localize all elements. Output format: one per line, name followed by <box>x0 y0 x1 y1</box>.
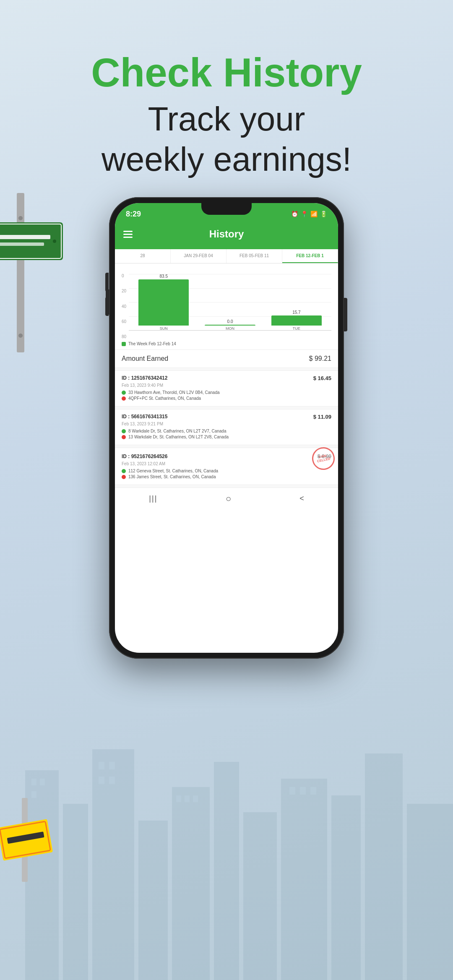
y-label-20: 20 <box>122 289 126 293</box>
svg-rect-3 <box>138 821 168 980</box>
y-label-80: 80 <box>122 335 126 339</box>
camera-notch <box>201 203 252 215</box>
phone-mockup: 8:29 ⏰ 📍 📶 🔋 History 28 <box>109 197 344 659</box>
y-label-40: 40 <box>122 305 126 309</box>
trip-to-3: 136 James Street, St. Catharines, ON, Ca… <box>122 474 331 479</box>
svg-rect-19 <box>185 795 190 802</box>
check-history-title: Check History <box>0 50 453 95</box>
trip-card-1[interactable]: ID : 1251676342412 $ 16.45 Feb 13, 2023 … <box>115 370 338 407</box>
svg-rect-16 <box>99 777 104 784</box>
bar-value-sun: 83.5 <box>160 274 168 279</box>
svg-rect-17 <box>109 777 115 784</box>
volume-down-button <box>105 297 109 316</box>
nav-back-icon[interactable]: < <box>299 494 304 503</box>
bar-label-mon: MON <box>226 326 234 331</box>
week-tab-feb12[interactable]: FEB 12-FEB 1 <box>282 249 338 263</box>
svg-rect-13 <box>31 791 36 798</box>
svg-rect-23 <box>310 787 316 795</box>
trip-date-2: Feb 13, 2023 9:21 PM <box>122 422 331 426</box>
bars-group: 83.5 SUN 0.0 MON <box>129 274 331 331</box>
wifi-icon: 📶 <box>310 211 318 217</box>
status-time: 8:29 <box>126 210 141 219</box>
svg-rect-22 <box>300 787 306 795</box>
alarm-icon: ⏰ <box>291 211 298 217</box>
trip-from-text-3: 112 Geneva Street, St. Catharines, ON, C… <box>128 469 218 473</box>
week-tabs: 28 JAN 29-FEB 04 FEB 05-FEB 11 FEB 12-FE… <box>115 249 338 263</box>
nav-recents-icon[interactable]: ||| <box>149 494 157 503</box>
bar-sun: 83.5 SUN <box>132 274 195 331</box>
svg-rect-9 <box>365 753 403 980</box>
trip-id-date-3: ID : 9521676264526 <box>122 452 167 460</box>
trip-from-1: 33 Hawthorn Ave, Thorold, ON L2V 0B4, Ca… <box>122 390 331 395</box>
trip-card-3[interactable]: ID : 9521676264526 $ 0.00 CAN-CELLED Feb… <box>115 448 338 485</box>
pickup-dot-3 <box>121 468 127 474</box>
week-tab-28[interactable]: 28 <box>115 249 171 263</box>
bar-tue: 15.7 TUE <box>265 274 328 331</box>
chart-area: 80 60 40 20 0 <box>115 263 338 349</box>
status-icons: ⏰ 📍 📶 🔋 <box>291 211 327 217</box>
header-section: Check History Track your weekly earnings… <box>0 50 453 180</box>
bar-label-sun: SUN <box>160 326 168 331</box>
svg-rect-15 <box>109 762 115 769</box>
amount-earned-label: Amount Earned <box>122 355 168 362</box>
svg-rect-6 <box>243 812 277 980</box>
trip-header-2: ID : 5661676341315 $ 11.09 <box>122 414 331 420</box>
dropoff-dot-2 <box>121 434 127 440</box>
battery-icon: 🔋 <box>320 211 327 217</box>
amount-earned-row: Amount Earned $ 99.21 <box>115 349 338 368</box>
chart-legend: The Week Feb 12-Feb 14 <box>122 341 331 347</box>
svg-rect-11 <box>31 779 36 785</box>
trip-header-1: ID : 1251676342412 $ 16.45 <box>122 375 331 381</box>
pickup-dot-1 <box>121 389 127 395</box>
pickup-dot-2 <box>121 428 127 434</box>
nav-bar: ||| ○ < <box>115 487 338 509</box>
menu-button[interactable] <box>123 231 133 238</box>
trip-id-2: ID : 5661676341315 <box>122 414 167 420</box>
volume-up-button <box>105 273 109 292</box>
nav-home-icon[interactable]: ○ <box>226 493 231 504</box>
trip-id-3: ID : 9521676264526 <box>122 454 167 459</box>
svg-rect-14 <box>99 762 104 769</box>
cancelled-amount-wrapper: $ 0.00 CAN-CELLED <box>318 452 331 460</box>
svg-rect-21 <box>289 787 295 795</box>
trip-to-2: 13 Warkdale Dr, St. Catharines, ON L2T 2… <box>122 435 331 439</box>
trip-to-1: 4QPF+PC St. Catharines, ON, Canada <box>122 396 331 401</box>
phone-screen: 8:29 ⏰ 📍 📶 🔋 History 28 <box>115 203 338 653</box>
street-sign-decoration <box>0 193 67 354</box>
trip-date-3: Feb 13, 2023 12:02 AM <box>122 461 331 466</box>
trip-date-1: Feb 13, 2023 9:40 PM <box>122 383 331 388</box>
svg-rect-5 <box>214 762 239 980</box>
chart-y-axis: 80 60 40 20 0 <box>122 274 126 339</box>
week-tab-jan29[interactable]: JAN 29-FEB 04 <box>171 249 226 263</box>
amount-earned-value: $ 99.21 <box>309 355 331 362</box>
trips-list: ID : 1251676342412 $ 16.45 Feb 13, 2023 … <box>115 368 338 487</box>
svg-rect-31 <box>0 235 50 239</box>
svg-rect-32 <box>0 242 44 246</box>
trip-from-3: 112 Geneva Street, St. Catharines, ON, C… <box>122 469 331 473</box>
trip-to-text-1: 4QPF+PC St. Catharines, ON, Canada <box>128 396 201 401</box>
week-tab-feb05[interactable]: FEB 05-FEB 11 <box>226 249 282 263</box>
legend-dot <box>122 342 126 346</box>
subtitle: Track your weekly earnings! <box>0 99 453 180</box>
svg-rect-8 <box>331 795 361 980</box>
cancelled-stamp: CAN-CELLED <box>310 445 337 472</box>
bar-label-tue: TUE <box>293 326 300 331</box>
app-header: History <box>115 222 338 249</box>
svg-rect-1 <box>63 804 88 980</box>
bars-area: 83.5 SUN 0.0 MON <box>129 274 331 339</box>
location-icon: 📍 <box>301 211 308 217</box>
taxi-sign-decoration <box>0 798 59 884</box>
legend-text: The Week Feb 12-Feb 14 <box>128 341 176 346</box>
trip-from-text-2: 8 Warkdale Dr, St. Catharines, ON L2T 2V… <box>128 429 226 433</box>
trip-card-2[interactable]: ID : 5661676341315 $ 11.09 Feb 13, 2023 … <box>115 409 338 445</box>
app-title: History <box>209 228 244 240</box>
trip-from-text-1: 33 Hawthorn Ave, Thorold, ON L2V 0B4, Ca… <box>128 390 220 395</box>
svg-rect-4 <box>172 787 210 980</box>
cancelled-text: CAN-CELLED <box>316 454 331 464</box>
svg-point-26 <box>18 334 23 338</box>
trip-amount-1: $ 16.45 <box>313 375 331 381</box>
svg-rect-7 <box>281 779 327 980</box>
trip-amount-2: $ 11.09 <box>313 414 331 420</box>
svg-rect-10 <box>407 804 453 980</box>
svg-rect-18 <box>176 795 181 802</box>
